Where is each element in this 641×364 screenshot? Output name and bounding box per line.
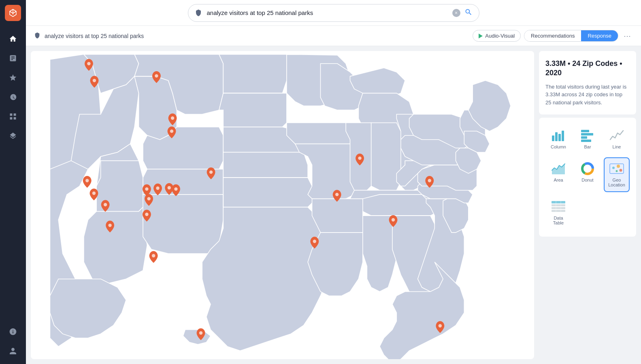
svg-marker-15 bbox=[143, 195, 223, 254]
sidebar-item-info[interactable] bbox=[5, 324, 21, 340]
main-panels: 3.33M • 24 Zip Codes • 2020 The total vi… bbox=[26, 46, 641, 364]
svg-point-67 bbox=[108, 224, 111, 227]
svg-point-93 bbox=[620, 169, 622, 172]
map-pin-7[interactable] bbox=[83, 176, 92, 188]
svg-rect-0 bbox=[10, 114, 13, 116]
svg-point-65 bbox=[174, 187, 177, 190]
svg-point-72 bbox=[392, 218, 395, 221]
svg-rect-83 bbox=[581, 140, 591, 142]
tab-recommendations[interactable]: Recommendations bbox=[524, 30, 581, 41]
sidebar-bottom bbox=[5, 324, 21, 359]
sidebar-item-history[interactable] bbox=[5, 89, 21, 105]
search-input[interactable] bbox=[207, 9, 448, 16]
sidebar-item-reports[interactable] bbox=[5, 50, 21, 66]
chart-type-area[interactable]: Area bbox=[545, 157, 571, 192]
search-shield-icon bbox=[195, 9, 203, 17]
svg-rect-79 bbox=[562, 131, 564, 141]
svg-point-66 bbox=[145, 213, 148, 216]
sidebar-item-user[interactable] bbox=[5, 343, 21, 359]
play-icon bbox=[479, 34, 483, 38]
svg-point-57 bbox=[209, 170, 213, 174]
more-options-button[interactable]: ⋯ bbox=[622, 30, 633, 42]
sidebar-item-layers[interactable] bbox=[5, 128, 21, 144]
svg-rect-76 bbox=[552, 135, 554, 141]
chart-type-line-label: Line bbox=[613, 144, 621, 149]
view-tab-group: Recommendations Response bbox=[524, 30, 618, 42]
query-text: analyze visitors at top 25 national park… bbox=[45, 33, 144, 39]
svg-point-75 bbox=[439, 324, 442, 327]
svg-point-52 bbox=[87, 62, 90, 65]
svg-point-70 bbox=[358, 157, 361, 160]
svg-point-60 bbox=[104, 203, 107, 206]
map-panel bbox=[31, 51, 534, 359]
query-bar: analyze visitors at top 25 national park… bbox=[26, 26, 641, 46]
topbar: × bbox=[26, 0, 641, 26]
svg-point-91 bbox=[617, 165, 620, 168]
content-area: analyze visitors at top 25 national park… bbox=[26, 26, 641, 364]
geo-chart-icon bbox=[609, 162, 624, 175]
chart-type-datatable[interactable]: Data Table bbox=[545, 195, 571, 230]
svg-marker-17 bbox=[219, 93, 287, 127]
svg-rect-95 bbox=[552, 204, 565, 206]
query-left: analyze visitors at top 25 national park… bbox=[34, 32, 144, 40]
chart-type-geo[interactable]: Geo Location bbox=[604, 157, 630, 192]
area-chart-icon bbox=[551, 162, 566, 175]
chart-grid: Column Bar bbox=[545, 124, 630, 230]
svg-rect-3 bbox=[14, 117, 16, 120]
search-submit-button[interactable] bbox=[464, 8, 473, 18]
svg-rect-96 bbox=[552, 207, 565, 209]
svg-marker-49 bbox=[50, 279, 126, 338]
app-logo[interactable] bbox=[5, 5, 21, 21]
sidebar-item-favorites[interactable] bbox=[5, 70, 21, 86]
sidebar-item-home[interactable] bbox=[5, 31, 21, 47]
svg-point-74 bbox=[199, 331, 202, 334]
chart-type-donut[interactable]: Donut bbox=[575, 157, 601, 192]
svg-point-61 bbox=[145, 187, 148, 190]
main-content: × analyze visitors at top 25 national pa… bbox=[26, 0, 641, 364]
svg-rect-78 bbox=[558, 134, 561, 141]
info-title: 3.33M • 24 Zip Codes • 2020 bbox=[545, 59, 630, 78]
sidebar bbox=[0, 0, 26, 364]
chart-type-area-label: Area bbox=[554, 178, 563, 182]
chart-types-card: Column Bar bbox=[539, 118, 636, 237]
sidebar-item-dashboards[interactable] bbox=[5, 108, 21, 125]
svg-point-55 bbox=[171, 116, 174, 120]
svg-point-62 bbox=[147, 197, 150, 200]
svg-point-92 bbox=[616, 170, 618, 172]
svg-rect-1 bbox=[14, 114, 16, 116]
svg-point-59 bbox=[92, 192, 96, 195]
svg-marker-20 bbox=[223, 178, 316, 207]
search-container: × bbox=[188, 4, 479, 22]
svg-point-56 bbox=[170, 129, 173, 133]
svg-point-64 bbox=[168, 186, 171, 189]
svg-rect-82 bbox=[581, 136, 587, 139]
query-shield-icon bbox=[34, 32, 40, 40]
info-card: 3.33M • 24 Zip Codes • 2020 The total vi… bbox=[539, 51, 636, 114]
query-right: Audio-Visual Recommendations Response ⋯ bbox=[473, 30, 633, 42]
datatable-chart-icon bbox=[551, 200, 566, 213]
svg-point-68 bbox=[152, 254, 155, 257]
svg-point-54 bbox=[155, 74, 158, 77]
map-pin-17[interactable] bbox=[149, 251, 158, 263]
donut-chart-icon bbox=[580, 162, 595, 175]
svg-rect-77 bbox=[555, 132, 558, 141]
column-chart-icon bbox=[551, 129, 566, 142]
svg-point-58 bbox=[85, 179, 89, 182]
audio-visual-button[interactable]: Audio-Visual bbox=[473, 30, 521, 42]
svg-marker-16 bbox=[219, 54, 287, 93]
chart-type-column[interactable]: Column bbox=[545, 124, 571, 154]
chart-type-bar[interactable]: Bar bbox=[575, 124, 601, 154]
chart-type-column-label: Column bbox=[551, 144, 566, 149]
svg-rect-2 bbox=[10, 117, 13, 120]
chart-type-line[interactable]: Line bbox=[604, 124, 630, 154]
chart-type-donut-label: Donut bbox=[581, 178, 593, 182]
svg-marker-33 bbox=[312, 199, 363, 237]
chart-type-bar-label: Bar bbox=[584, 144, 591, 149]
search-clear-button[interactable]: × bbox=[452, 9, 460, 17]
usa-map-svg bbox=[31, 51, 534, 359]
tab-response[interactable]: Response bbox=[581, 30, 618, 41]
bar-chart-icon bbox=[580, 129, 595, 142]
line-chart-icon bbox=[609, 129, 624, 142]
chart-type-geo-label: Geo Location bbox=[607, 178, 626, 187]
chart-type-datatable-label: Data Table bbox=[549, 216, 568, 225]
